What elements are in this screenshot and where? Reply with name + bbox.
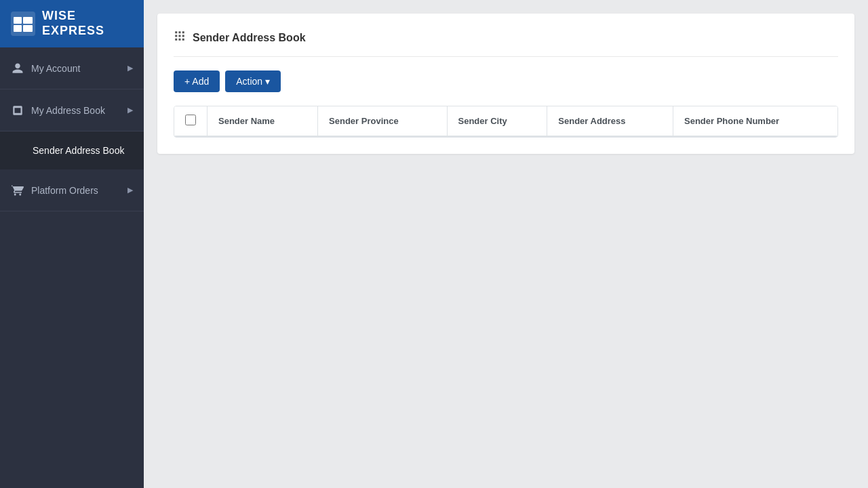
page-title: Sender Address Book bbox=[193, 32, 306, 44]
logo-text: WISE EXPRESS bbox=[42, 9, 104, 38]
chevron-right-icon-2: ▶ bbox=[127, 106, 133, 115]
select-all-checkbox[interactable] bbox=[185, 115, 196, 125]
content-area: Sender Address Book + Add Action ▾ bbox=[144, 0, 868, 488]
main-content: Sender Address Book + Add Action ▾ bbox=[144, 0, 868, 488]
th-sender-phone: Sender Phone Number bbox=[673, 106, 837, 136]
logo-icon bbox=[11, 12, 35, 36]
th-checkbox bbox=[174, 106, 208, 136]
sidebar-item-platform-orders[interactable]: Platform Orders ▶ bbox=[0, 169, 144, 211]
svg-rect-2 bbox=[23, 17, 33, 24]
add-button[interactable]: + Add bbox=[174, 70, 220, 92]
chevron-right-icon-3: ▶ bbox=[127, 186, 133, 195]
user-icon bbox=[11, 62, 24, 75]
action-button[interactable]: Action ▾ bbox=[225, 70, 281, 92]
svg-rect-1 bbox=[14, 17, 22, 24]
svg-rect-4 bbox=[23, 25, 33, 32]
sidebar-item-sender-address-book[interactable]: Sender Address Book bbox=[0, 131, 144, 169]
table-header-row: Sender Name Sender Province Sender City … bbox=[174, 106, 837, 136]
page-card: Sender Address Book + Add Action ▾ bbox=[157, 14, 854, 154]
page-header: Sender Address Book bbox=[174, 30, 838, 57]
sidebar-item-sender-address-book-label: Sender Address Book bbox=[33, 145, 133, 156]
th-sender-address: Sender Address bbox=[547, 106, 673, 136]
sidebar-item-platform-orders-label: Platform Orders bbox=[31, 185, 127, 196]
th-sender-province: Sender Province bbox=[318, 106, 447, 136]
sidebar-navigation: My Account ▶ My Address Book ▶ Sender Ad… bbox=[0, 47, 144, 488]
table-container: Sender Name Sender Province Sender City … bbox=[174, 106, 838, 138]
chevron-right-icon: ▶ bbox=[127, 64, 133, 73]
sidebar-item-my-address-book-label: My Address Book bbox=[31, 105, 127, 116]
grid-icon bbox=[174, 30, 186, 45]
sidebar-item-my-address-book[interactable]: My Address Book ▶ bbox=[0, 89, 144, 131]
svg-rect-3 bbox=[14, 25, 22, 32]
sender-address-table: Sender Name Sender Province Sender City … bbox=[174, 106, 837, 137]
sidebar-item-my-account[interactable]: My Account ▶ bbox=[0, 47, 144, 89]
book-icon bbox=[11, 104, 24, 117]
th-sender-city: Sender City bbox=[447, 106, 547, 136]
logo[interactable]: WISE EXPRESS bbox=[0, 0, 144, 47]
sidebar: WISE EXPRESS My Account ▶ My Address Boo… bbox=[0, 0, 144, 488]
cart-icon bbox=[11, 184, 24, 197]
toolbar: + Add Action ▾ bbox=[174, 70, 838, 92]
sidebar-item-my-account-label: My Account bbox=[31, 63, 127, 74]
th-sender-name: Sender Name bbox=[208, 106, 318, 136]
